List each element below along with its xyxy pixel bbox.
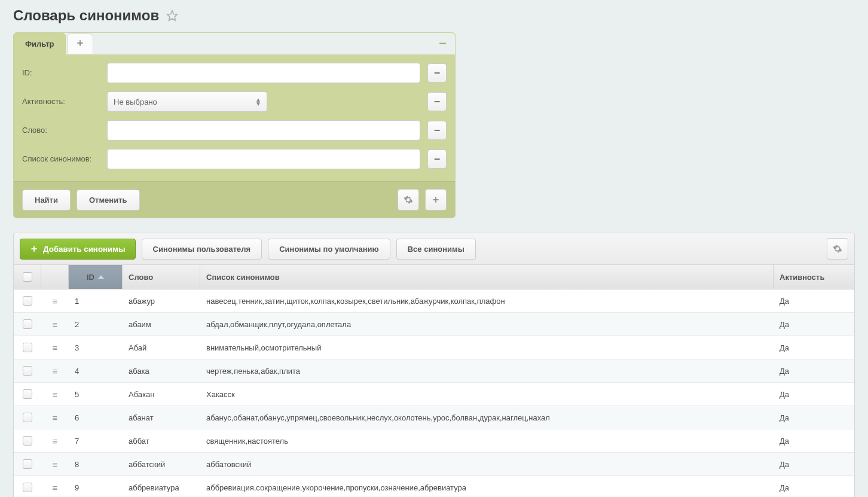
minus-icon: − <box>434 124 441 137</box>
table-row[interactable]: ≡6абанатабанус,обанат,обанус,упрямец,сво… <box>14 406 854 429</box>
row-activity: Да <box>774 430 854 452</box>
row-word: Абакан <box>123 383 200 405</box>
data-grid: ID Слово Список синонимов Активность ≡1а… <box>13 265 855 497</box>
filter-activity-select[interactable]: Не выбрано <box>107 92 267 112</box>
header-word[interactable]: Слово <box>123 265 200 289</box>
tab-add[interactable] <box>67 33 93 54</box>
row-word: абаим <box>123 313 200 336</box>
toolbar: Добавить синонимы Синонимы пользователя … <box>13 233 855 265</box>
header-select-all[interactable] <box>14 265 41 289</box>
drag-handle-icon[interactable]: ≡ <box>53 390 58 399</box>
plus-icon <box>432 196 440 204</box>
row-synonyms: Хакасск <box>200 383 774 405</box>
row-activity: Да <box>774 477 854 498</box>
row-synonyms: чертеж,пенька,абак,плита <box>200 360 774 382</box>
cancel-button[interactable]: Отменить <box>77 190 140 211</box>
drag-handle-icon[interactable]: ≡ <box>53 320 58 329</box>
add-synonyms-label: Добавить синонимы <box>43 245 126 254</box>
row-id: 5 <box>69 383 123 405</box>
drag-handle-icon[interactable]: ≡ <box>53 483 58 492</box>
filter-id-input[interactable] <box>107 63 420 83</box>
row-activity: Да <box>774 290 854 312</box>
row-checkbox[interactable] <box>23 319 32 329</box>
row-id: 6 <box>69 407 123 429</box>
table-row[interactable]: ≡7аббатсвященник,настоятельДа <box>14 429 854 453</box>
filter-panel: Фильтр − ID: − Активность: Не выбрано ▲▼ <box>13 32 456 218</box>
tab-filter[interactable]: Фильтр <box>14 33 66 54</box>
row-checkbox[interactable] <box>23 459 32 469</box>
row-synonyms: абдал,обманщик,плут,огудала,оплетала <box>200 313 774 336</box>
svg-marker-0 <box>167 11 178 21</box>
table-row[interactable]: ≡2абаимабдал,обманщик,плут,огудала,оплет… <box>14 313 854 336</box>
row-checkbox[interactable] <box>23 343 32 352</box>
table-row[interactable]: ≡4абакачертеж,пенька,абак,плитаДа <box>14 359 854 383</box>
row-id: 7 <box>69 430 123 452</box>
row-checkbox[interactable] <box>23 483 32 492</box>
row-activity: Да <box>774 383 854 405</box>
filter-word-remove[interactable]: − <box>427 121 447 140</box>
drag-handle-icon[interactable]: ≡ <box>53 437 58 446</box>
row-synonyms: внимательный,осмотрительный <box>200 337 774 359</box>
table-row[interactable]: ≡1абажурнавесец,тенник,затин,щиток,колпа… <box>14 289 854 313</box>
row-id: 1 <box>69 290 123 312</box>
user-synonyms-button[interactable]: Синонимы пользователя <box>142 239 262 260</box>
filter-word-input[interactable] <box>107 120 420 141</box>
row-activity: Да <box>774 337 854 359</box>
minus-icon: − <box>434 96 441 108</box>
filter-synlist-remove[interactable]: − <box>427 150 447 169</box>
row-id: 9 <box>69 477 123 498</box>
row-checkbox[interactable] <box>23 366 32 376</box>
row-synonyms: абанус,обанат,обанус,упрямец,своевольник… <box>200 407 774 429</box>
row-checkbox[interactable] <box>23 413 32 422</box>
filter-collapse-icon[interactable]: − <box>439 39 447 48</box>
table-row[interactable]: ≡5АбаканХакасскДа <box>14 383 854 406</box>
drag-handle-icon[interactable]: ≡ <box>53 297 58 306</box>
row-activity: Да <box>774 453 854 475</box>
filter-synlist-input[interactable] <box>107 149 420 169</box>
row-checkbox[interactable] <box>23 389 32 399</box>
header-id[interactable]: ID <box>69 265 123 289</box>
row-word: аббатский <box>123 453 200 475</box>
header-activity[interactable]: Активность <box>774 265 854 289</box>
row-id: 4 <box>69 360 123 382</box>
table-row[interactable]: ≡9аббревиатурааббревиация,сокращение,уко… <box>14 476 854 497</box>
checkbox[interactable] <box>23 272 32 282</box>
row-word: Абай <box>123 337 200 359</box>
table-row[interactable]: ≡3Абайвнимательный,осмотрительныйДа <box>14 336 854 359</box>
filter-add-button[interactable] <box>425 189 447 211</box>
page-title: Словарь синонимов <box>13 7 159 24</box>
row-activity: Да <box>774 360 854 382</box>
find-button[interactable]: Найти <box>22 190 71 211</box>
row-word: аббат <box>123 430 200 452</box>
filter-activity-remove[interactable]: − <box>427 92 447 111</box>
row-checkbox[interactable] <box>23 436 32 446</box>
favorite-star-icon[interactable] <box>166 10 178 22</box>
filter-synlist-label: Список синонимов: <box>22 154 100 164</box>
row-checkbox[interactable] <box>23 296 32 306</box>
row-synonyms: священник,настоятель <box>200 430 774 452</box>
gear-icon <box>404 195 413 205</box>
header-synlist[interactable]: Список синонимов <box>200 265 774 289</box>
row-activity: Да <box>774 407 854 429</box>
plus-icon <box>30 245 38 253</box>
row-synonyms: аббревиация,сокращение,укорочение,пропус… <box>200 477 774 498</box>
drag-handle-icon[interactable]: ≡ <box>53 460 58 469</box>
row-synonyms: аббатовский <box>200 453 774 475</box>
row-id: 8 <box>69 453 123 475</box>
filter-settings-button[interactable] <box>398 189 419 211</box>
minus-icon: − <box>434 153 441 166</box>
add-synonyms-button[interactable]: Добавить синонимы <box>20 239 136 260</box>
all-synonyms-button[interactable]: Все синонимы <box>396 239 476 260</box>
default-synonyms-button[interactable]: Синонимы по умолчанию <box>268 239 390 260</box>
toolbar-settings-button[interactable] <box>827 238 848 260</box>
drag-handle-icon[interactable]: ≡ <box>53 413 58 422</box>
gear-icon <box>833 244 842 254</box>
header-drag <box>41 265 69 289</box>
drag-handle-icon[interactable]: ≡ <box>53 367 58 376</box>
plus-icon <box>76 39 84 47</box>
filter-activity-label: Активность: <box>22 97 100 106</box>
drag-handle-icon[interactable]: ≡ <box>53 343 58 352</box>
filter-id-remove[interactable]: − <box>427 63 447 83</box>
filter-id-label: ID: <box>22 68 100 78</box>
table-row[interactable]: ≡8аббатскийаббатовскийДа <box>14 453 854 476</box>
